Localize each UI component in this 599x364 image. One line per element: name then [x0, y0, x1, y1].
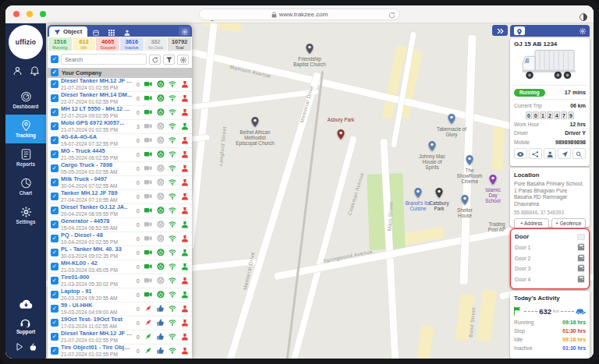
vehicle-checkbox[interactable]	[51, 277, 58, 284]
sidebar-item-chart[interactable]: Chart	[5, 172, 46, 201]
stat-idle[interactable]: 613Idle	[73, 37, 96, 51]
cloud-download-icon[interactable]	[19, 299, 33, 313]
vehicle-checkbox[interactable]	[51, 164, 58, 172]
sidebar-item-settings[interactable]: Settings	[5, 201, 46, 230]
vehicle-row[interactable]: 59 - UI-HHK19-03-2024 04:09:00 AM0	[48, 302, 192, 316]
search-input[interactable]	[61, 54, 147, 65]
close-window-button[interactable]	[13, 11, 19, 17]
vehicle-checkbox[interactable]	[51, 207, 58, 214]
vehicle-row[interactable]: Diesel Tanker MH.12 JF 7...21-07-2024 01…	[48, 78, 192, 92]
stat-stopped[interactable]: 4665Stopped	[96, 37, 119, 51]
sidebar-item-support[interactable]: Support	[16, 318, 35, 334]
expand-panel-button[interactable]	[492, 25, 508, 36]
vehicle-checkbox[interactable]	[51, 291, 58, 299]
company-group-row[interactable]: Your Company	[48, 68, 192, 78]
vehicle-checkbox[interactable]	[51, 347, 58, 355]
map-marker[interactable]	[489, 175, 497, 185]
detail-settings-button[interactable]	[580, 28, 586, 34]
notifications-bell-icon[interactable]	[30, 65, 39, 79]
vehicle-checkbox[interactable]	[51, 122, 58, 130]
list-settings-button[interactable]	[177, 55, 189, 65]
car-icon	[576, 308, 586, 315]
map-marker[interactable]	[414, 188, 422, 198]
url-bar[interactable]: www.trakzee.com	[199, 9, 400, 20]
vehicle-row[interactable]: Generator - 4457815-04-2024 06:52:55 AM0	[48, 218, 192, 232]
map-marker[interactable]	[306, 44, 314, 54]
vehicle-checkbox[interactable]	[51, 94, 58, 102]
object-panel-settings-button[interactable]	[179, 27, 190, 36]
map-marker[interactable]	[466, 155, 473, 165]
vehicle-row[interactable]: Laptop - 9120-03-2024 09:20:55 AM0	[48, 288, 192, 302]
stat-inactive[interactable]: 3616Inactive	[120, 37, 144, 51]
tab-user[interactable]	[119, 27, 135, 37]
browser-menu-icon[interactable]	[580, 10, 587, 24]
detail-tab-location[interactable]	[514, 27, 525, 35]
map-marker[interactable]	[461, 195, 469, 205]
maximize-window-button[interactable]	[40, 11, 46, 17]
google-play-icon[interactable]	[16, 340, 23, 354]
vehicle-row[interactable]: Tire01-90021-03-2024 05:30:02 PM0	[48, 274, 192, 288]
eye-button[interactable]	[514, 148, 527, 159]
vehicle-checkbox[interactable]	[51, 150, 58, 158]
window-controls[interactable]	[13, 11, 46, 17]
stat-running[interactable]: 1516Running	[48, 37, 72, 51]
refresh-button[interactable]	[149, 55, 161, 65]
vehicle-row[interactable]: Mobi GPS 6972 KI057...21-07-2024 01:02:5…	[48, 120, 192, 134]
company-checkbox[interactable]	[51, 69, 58, 76]
user-button[interactable]	[544, 148, 557, 159]
vehicle-row[interactable]: 19Oct Test- 19Oct Test17-03-2024 11:02:5…	[48, 316, 192, 330]
filter-button[interactable]	[163, 55, 175, 65]
vehicle-row[interactable]: Tire Object01 - Tire Object....21-07-202…	[48, 345, 192, 359]
map-marker[interactable]	[337, 129, 345, 140]
stat-no-data[interactable]: 382No Data	[144, 37, 168, 51]
vehicle-checkbox[interactable]	[51, 221, 58, 228]
add-address-button[interactable]: + Address	[514, 218, 549, 228]
vehicle-checkbox[interactable]	[51, 80, 58, 88]
stat-total[interactable]: 10792Total	[168, 37, 191, 51]
map-marker[interactable]	[448, 114, 455, 124]
apple-icon[interactable]	[29, 340, 36, 354]
vehicle-checkbox[interactable]	[51, 263, 58, 270]
navigate-button[interactable]	[558, 148, 571, 159]
map-marker[interactable]	[435, 188, 443, 198]
vehicle-row[interactable]: Diesel Tanker GJ.12 JA..20-04-2024 08:09…	[48, 204, 192, 218]
uffizio-logo[interactable]: uffizio	[9, 25, 43, 59]
vehicle-row[interactable]: PL - Tanker MH. 40. 3330-03-2024 09:02:3…	[48, 246, 192, 260]
vehicle-checkbox[interactable]	[51, 305, 58, 313]
vehicle-row[interactable]: Cargo Truck - 789805-05-2024 01:02:55 AM…	[48, 162, 192, 176]
vehicle-checkbox[interactable]	[51, 108, 58, 116]
vehicle-row[interactable]: MH-KL00 - 4221-03-2024 03:45:05 PM0	[48, 260, 192, 274]
tab-box[interactable]	[88, 27, 104, 37]
vehicle-row[interactable]: Diesel Tanker MH.14 DM...22-07-2024 01:0…	[48, 92, 192, 106]
user-icon[interactable]	[13, 65, 22, 79]
sidebar-item-dashboard[interactable]: Dashboard	[5, 86, 46, 115]
door-collapse-box[interactable]	[577, 234, 585, 240]
search-button[interactable]	[572, 148, 586, 159]
share-button[interactable]	[529, 148, 542, 159]
select-all-checkbox[interactable]	[51, 55, 58, 63]
tab-object[interactable]: Object	[49, 27, 87, 37]
vehicle-checkbox[interactable]	[51, 249, 58, 256]
tab-grid[interactable]	[104, 27, 119, 37]
map-marker[interactable]	[251, 117, 259, 127]
vehicle-checkbox[interactable]	[51, 178, 58, 186]
vehicle-row[interactable]: MG - Truck 444521-05-2024 06:02:55 PM0	[48, 148, 192, 162]
add-geofence-button[interactable]: + Geofence	[551, 218, 587, 228]
vehicle-checkbox[interactable]	[51, 193, 58, 200]
vehicle-row[interactable]: Tanker MH.12 JF 78927-04-2024 07:10:55 A…	[48, 190, 192, 204]
vehicle-checkbox[interactable]	[51, 235, 58, 242]
sidebar-item-tracking[interactable]: Tracking	[5, 115, 46, 143]
vehicle-row[interactable]: Milk Truck - 049730-04-2024 07:02:55 AM0	[48, 176, 192, 190]
vehicle-row[interactable]: MH 12 LT 5550 - MH.12 JF 7...22-07-2024 …	[48, 106, 192, 120]
vehicle-checkbox[interactable]	[51, 319, 58, 327]
vehicle-checkbox[interactable]	[51, 136, 58, 144]
vehicle-row[interactable]: Diesel Tanker MH.12 JF 7...21-07-2024 01…	[48, 330, 192, 345]
vehicle-row[interactable]: PQ - Diesel - 4810-04-2024 01:02:55 PM0	[48, 232, 192, 246]
reload-icon[interactable]	[388, 12, 395, 20]
vehicle-row[interactable]: IC400D - IC400D21-07-2024 01:02:55 PM0	[48, 359, 192, 359]
minimize-window-button[interactable]	[27, 11, 33, 17]
vehicle-checkbox[interactable]	[51, 333, 58, 341]
map-marker[interactable]	[428, 141, 436, 151]
vehicle-row[interactable]: 4G-6A-4G-6A19-07-2024 07:32:55 PM0	[48, 134, 192, 148]
sidebar-item-reports[interactable]: Reports	[5, 143, 46, 172]
